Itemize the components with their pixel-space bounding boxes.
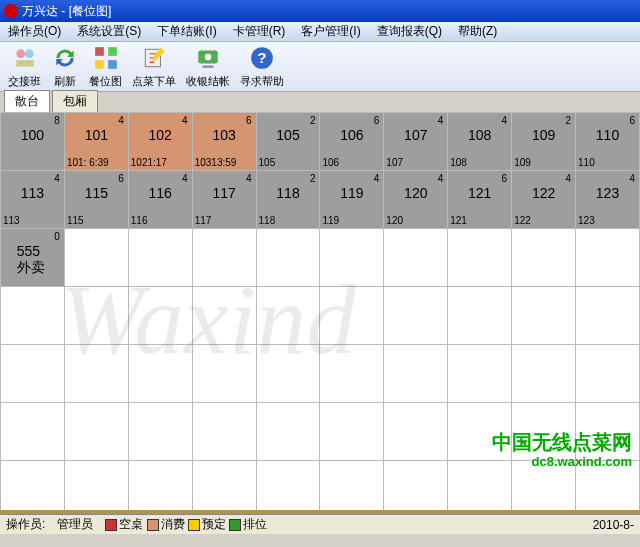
table-cell[interactable]: 1204120 [384, 171, 448, 229]
toolbar-button[interactable]: 餐位图 [89, 44, 122, 89]
app-icon [4, 4, 18, 18]
table-time: 106 [322, 157, 339, 168]
operator-label: 操作员: [6, 516, 45, 533]
menu-item[interactable]: 下单结账(I) [149, 23, 224, 40]
watermark-site: 中国无线点菜网 dc8.waxind.com [492, 430, 632, 470]
tab-strip: 散台包厢 [0, 92, 640, 112]
table-cell[interactable]: 10241021:17 [128, 113, 192, 171]
table-cell [256, 403, 320, 461]
menu-item[interactable]: 帮助(Z) [450, 23, 505, 40]
table-cell [512, 287, 576, 345]
table-time: 119 [322, 215, 339, 226]
toolbar-button[interactable]: 收银结帐 [186, 44, 230, 89]
table-cell[interactable]: 555 外卖0 [1, 229, 65, 287]
table-time: 113 [3, 215, 20, 226]
table-number: 102 [149, 127, 172, 143]
menu-item[interactable]: 系统设置(S) [69, 23, 149, 40]
table-number: 120 [404, 185, 427, 201]
table-cell[interactable]: 1092109 [512, 113, 576, 171]
toolbar-button[interactable]: ?寻求帮助 [240, 44, 284, 89]
table-capacity: 0 [54, 231, 60, 242]
table-time: 116 [131, 215, 148, 226]
table-capacity: 4 [54, 173, 60, 184]
toolbar-button[interactable]: 刷新 [51, 44, 79, 89]
table-cell [384, 403, 448, 461]
table-time: 122 [514, 215, 531, 226]
table-number: 101 [85, 127, 108, 143]
table-cell[interactable]: 1194119 [320, 171, 384, 229]
table-capacity: 4 [182, 173, 188, 184]
table-cell[interactable]: 1066106 [320, 113, 384, 171]
table-cell [1, 345, 65, 403]
status-bar: 操作员: 管理员 空桌 消费 预定 排位 2010-8- [0, 514, 640, 534]
table-cell [384, 287, 448, 345]
toolbar-button[interactable]: 点菜下单 [132, 44, 176, 89]
title-bar: 万兴达 - [餐位图] [0, 0, 640, 22]
table-capacity: 4 [438, 173, 444, 184]
table-cell[interactable]: 1008 [1, 113, 65, 171]
table-capacity: 6 [629, 115, 635, 126]
table-cell [192, 403, 256, 461]
table-cell [320, 345, 384, 403]
table-number: 555 外卖 [17, 243, 48, 277]
table-cell [256, 461, 320, 511]
table-time: 115 [67, 215, 84, 226]
menu-item[interactable]: 客户管理(I) [293, 23, 368, 40]
svg-point-1 [25, 49, 34, 58]
table-cell[interactable]: 1014101: 6:39 [64, 113, 128, 171]
svg-rect-2 [16, 60, 33, 66]
table-capacity: 4 [565, 173, 571, 184]
table-capacity: 6 [118, 173, 124, 184]
table-number: 118 [276, 185, 299, 201]
table-cell[interactable]: 103610313:59 [192, 113, 256, 171]
table-cell[interactable]: 1182118 [256, 171, 320, 229]
table-number: 121 [468, 185, 491, 201]
tool-icon [51, 44, 79, 72]
legend-item: 消费 [147, 517, 188, 531]
table-time: 105 [259, 157, 276, 168]
table-cell [384, 229, 448, 287]
table-number: 116 [149, 185, 172, 201]
table-cell[interactable]: 1216121 [448, 171, 512, 229]
svg-rect-5 [95, 60, 104, 69]
table-cell [384, 345, 448, 403]
table-number: 107 [404, 127, 427, 143]
table-cell[interactable]: 1234123 [576, 171, 640, 229]
tool-icon [140, 44, 168, 72]
table-cell [64, 461, 128, 511]
table-number: 123 [596, 185, 619, 201]
table-capacity: 6 [374, 115, 380, 126]
status-date: 2010-8- [593, 518, 634, 532]
table-cell [320, 403, 384, 461]
toolbar-button[interactable]: 交接班 [8, 44, 41, 89]
table-time: 117 [195, 215, 212, 226]
table-cell [576, 345, 640, 403]
table-cell[interactable]: 1106110 [576, 113, 640, 171]
table-cell[interactable]: 1156115 [64, 171, 128, 229]
toolbar: 交接班刷新餐位图点菜下单收银结帐?寻求帮助 [0, 42, 640, 92]
table-cell[interactable]: 1134113 [1, 171, 65, 229]
table-cell[interactable]: 1074107 [384, 113, 448, 171]
table-capacity: 4 [118, 115, 124, 126]
table-number: 122 [532, 185, 555, 201]
tab[interactable]: 包厢 [52, 90, 98, 112]
table-time: 107 [386, 157, 403, 168]
menu-item[interactable]: 查询报表(Q) [369, 23, 450, 40]
legend-item: 排位 [229, 517, 267, 531]
svg-rect-4 [108, 47, 117, 56]
table-number: 115 [85, 185, 108, 201]
menu-item[interactable]: 操作员(O) [0, 23, 69, 40]
tool-icon [92, 44, 120, 72]
table-cell[interactable]: 1174117 [192, 171, 256, 229]
menu-item[interactable]: 卡管理(R) [225, 23, 294, 40]
svg-point-9 [205, 54, 212, 61]
table-cell[interactable]: 1084108 [448, 113, 512, 171]
tool-label: 点菜下单 [132, 74, 176, 89]
table-cell[interactable]: 1224122 [512, 171, 576, 229]
swatch [229, 519, 241, 531]
table-time: 108 [450, 157, 467, 168]
table-cell [320, 287, 384, 345]
table-cell[interactable]: 1164116 [128, 171, 192, 229]
table-cell[interactable]: 1052105 [256, 113, 320, 171]
tab[interactable]: 散台 [4, 90, 50, 112]
